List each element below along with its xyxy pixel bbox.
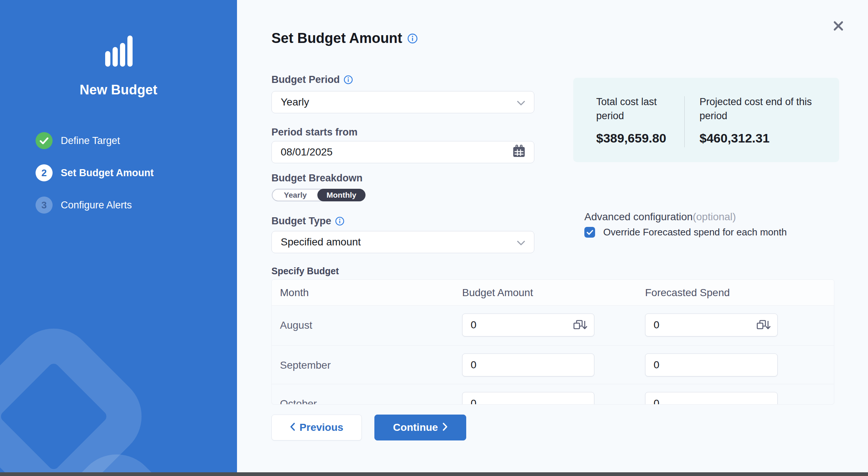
step-number: 2 [36, 164, 53, 181]
total-cost-value: $389,659.80 [596, 131, 670, 145]
step-label: Set Budget Amount [61, 167, 154, 179]
step-define-target[interactable]: Define Target [36, 132, 154, 149]
period-start-date-input[interactable] [281, 146, 513, 158]
budget-amount-input[interactable] [471, 398, 588, 405]
projected-cost-label: Projected cost end of this period [700, 95, 822, 123]
budget-period-select[interactable]: Yearly [271, 91, 534, 113]
budget-amount-field [462, 353, 594, 376]
optional-suffix: (optional) [693, 211, 736, 222]
info-icon[interactable] [335, 217, 344, 226]
previous-button-label: Previous [300, 422, 343, 433]
page-title: Set Budget Amount [271, 30, 402, 46]
month-cell: August [280, 306, 312, 345]
step-complete-check-icon [36, 132, 53, 149]
copy-down-icon[interactable] [572, 319, 588, 331]
specify-budget-label: Specify Budget [271, 266, 339, 276]
table-row: October [272, 384, 834, 405]
step-label: Configure Alerts [61, 200, 132, 211]
column-header-budget-amount: Budget Amount [462, 280, 533, 306]
chevron-down-icon [517, 236, 525, 248]
override-forecast-checkbox[interactable] [584, 227, 595, 238]
table-header: Month Budget Amount Forecasted Spend [272, 280, 834, 306]
total-cost-label: Total cost last period [596, 95, 670, 123]
calendar-icon[interactable] [513, 144, 525, 160]
forecasted-spend-field [645, 314, 778, 336]
step-label: Define Target [61, 135, 120, 147]
budget-breakdown-toggle: Yearly Monthly [272, 189, 365, 201]
cost-summary-card: Total cost last period $389,659.80 Proje… [573, 78, 839, 162]
divider [684, 96, 685, 147]
budget-amount-input[interactable] [471, 359, 588, 371]
step-number: 3 [36, 197, 53, 214]
advanced-configuration-title: Advanced configuration(optional) [584, 211, 736, 223]
budget-period-label: Budget Period [271, 74, 340, 86]
budget-amount-field [462, 314, 594, 336]
table-row: September [272, 345, 834, 385]
month-cell: September [280, 346, 331, 385]
budget-breakdown-label: Budget Breakdown [271, 172, 363, 184]
period-starts-label: Period starts from [271, 127, 358, 138]
wizard-steps: Define Target 2 Set Budget Amount 3 Conf… [36, 132, 154, 229]
info-icon[interactable] [407, 33, 418, 44]
forecasted-spend-input[interactable] [654, 398, 771, 405]
wizard-sidebar: New Budget Define Target 2 Set Budget Am… [0, 0, 237, 476]
budget-amount-input[interactable] [471, 319, 572, 331]
wizard-title: New Budget [0, 82, 237, 98]
bottom-bar [0, 472, 868, 476]
step-configure-alerts[interactable]: 3 Configure Alerts [36, 197, 154, 214]
forecasted-spend-input[interactable] [654, 319, 755, 331]
copy-down-icon[interactable] [755, 319, 771, 331]
chevron-right-icon [443, 422, 448, 433]
chevron-left-icon [290, 422, 295, 433]
budget-type-label: Budget Type [271, 215, 331, 227]
budget-type-value: Specified amount [281, 236, 517, 248]
info-icon[interactable] [344, 75, 353, 84]
month-cell: October [280, 384, 317, 405]
new-budget-wizard: New Budget Define Target 2 Set Budget Am… [0, 0, 868, 476]
budget-amount-field [462, 392, 594, 405]
budget-period-value: Yearly [281, 96, 517, 108]
specify-budget-table: Month Budget Amount Forecasted Spend Aug… [271, 279, 834, 405]
chevron-down-icon [517, 96, 525, 108]
toggle-option-yearly[interactable]: Yearly [273, 190, 318, 201]
table-row: August [272, 306, 834, 345]
budget-type-select[interactable]: Specified amount [271, 231, 534, 253]
step-set-budget-amount[interactable]: 2 Set Budget Amount [36, 164, 154, 181]
projected-cost-value: $460,312.31 [700, 131, 822, 145]
column-header-forecasted-spend: Forecasted Spend [645, 280, 730, 306]
toggle-option-monthly[interactable]: Monthly [317, 189, 365, 201]
forecasted-spend-field [645, 353, 778, 376]
override-forecast-label: Override Forecasted spend for each month [603, 227, 787, 238]
forecasted-spend-input[interactable] [654, 359, 771, 371]
bar-chart-logo-icon [105, 36, 135, 67]
column-header-month: Month [280, 280, 309, 306]
period-start-date-field[interactable] [271, 141, 534, 163]
continue-button-label: Continue [393, 422, 438, 433]
override-forecast-row: Override Forecasted spend for each month [584, 227, 787, 238]
previous-button[interactable]: Previous [271, 415, 362, 440]
continue-button[interactable]: Continue [374, 415, 466, 440]
forecasted-spend-field [645, 392, 778, 405]
close-icon[interactable] [832, 19, 847, 34]
watermark-logo-shape [0, 312, 158, 476]
